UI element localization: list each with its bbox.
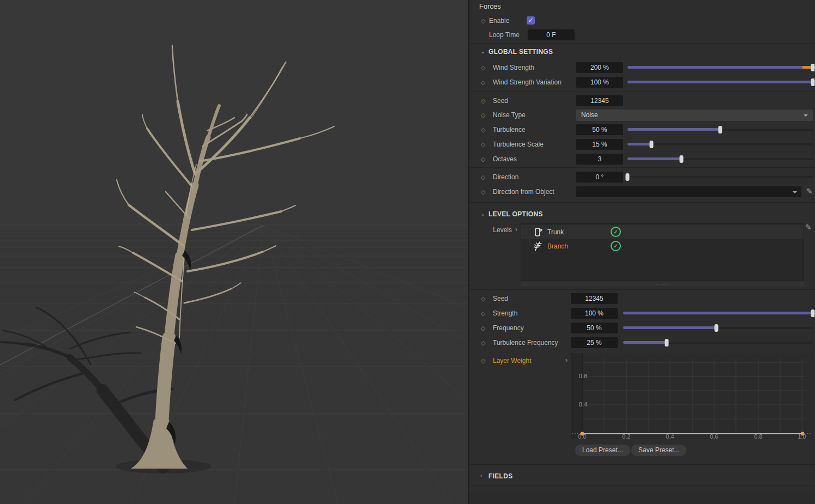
- level-seed-row: ◇ Seed 12345: [469, 293, 815, 305]
- slider-handle[interactable]: [811, 78, 815, 86]
- x-tick: 0.8: [750, 433, 766, 440]
- keyframe-diamond-icon[interactable]: ◇: [481, 339, 485, 347]
- application-window: Forces ◇ Enable ✓ Loop Time 0 F ⌄ GLOBAL…: [0, 0, 815, 504]
- resize-gripper[interactable]: ······: [521, 282, 804, 286]
- chevron-right-icon[interactable]: ›: [565, 356, 568, 364]
- level-item-branch[interactable]: Branch ✓: [521, 239, 804, 253]
- slider-handle[interactable]: [811, 64, 815, 71]
- level-options-header[interactable]: ⌄ LEVEL OPTIONS: [469, 210, 815, 220]
- section-title: LEVEL OPTIONS: [488, 210, 543, 218]
- wind-strength-field[interactable]: 200 %: [576, 62, 623, 73]
- slider-handle[interactable]: [714, 324, 718, 332]
- load-preset-button[interactable]: Load Preset...: [575, 445, 630, 456]
- row-label: Strength: [493, 309, 517, 317]
- x-tick: 0.2: [618, 433, 635, 440]
- loop-time-row: Loop Time 0 F: [469, 29, 815, 41]
- dropdown-value: Noise: [581, 111, 598, 119]
- keyframe-diamond-icon[interactable]: ◇: [481, 188, 485, 196]
- keyframe-diamond-icon[interactable]: ◇: [481, 17, 485, 25]
- octaves-slider[interactable]: [627, 155, 813, 163]
- keyframe-diamond-icon[interactable]: ◇: [481, 64, 485, 71]
- chevron-down-icon: ⌄: [480, 48, 485, 55]
- chevron-right-icon[interactable]: ›: [515, 226, 517, 233]
- turbulence-slider[interactable]: [627, 126, 813, 133]
- levels-label: Levels: [480, 226, 512, 234]
- keyframe-diamond-icon[interactable]: ◇: [481, 324, 485, 332]
- strength-field[interactable]: 100 %: [571, 308, 618, 319]
- dropdown-arrow-icon[interactable]: [793, 191, 797, 193]
- keyframe-diamond-icon[interactable]: ◇: [481, 155, 485, 163]
- direction-row: ◇ Direction 0 °: [469, 172, 815, 184]
- slider-handle[interactable]: [665, 339, 669, 347]
- direction-field[interactable]: 0 °: [576, 172, 623, 183]
- level-seed-field[interactable]: 12345: [571, 293, 618, 304]
- slider-handle[interactable]: [626, 173, 630, 181]
- turbulence-scale-field[interactable]: 15 %: [576, 139, 623, 150]
- turbulence-frequency-slider[interactable]: [623, 339, 813, 347]
- seed-field[interactable]: 12345: [576, 95, 623, 106]
- direction-from-object-field[interactable]: [576, 186, 801, 197]
- y-tick: 0.4: [571, 401, 587, 408]
- slider-handle[interactable]: [719, 126, 722, 133]
- y-tick: 0.8: [571, 373, 587, 379]
- frequency-row: ◇ Frequency 50 %: [469, 323, 815, 335]
- global-settings-header[interactable]: ⌄ GLOBAL SETTINGS: [469, 47, 815, 57]
- x-tick: 0.4: [662, 433, 678, 440]
- enable-checkbox[interactable]: ✓: [527, 16, 535, 25]
- turbulence-frequency-field[interactable]: 25 %: [571, 337, 618, 348]
- strength-row: ◇ Strength 100 %: [469, 308, 815, 320]
- spline-grid: [571, 353, 813, 439]
- turbulence-scale-row: ◇ Turbulence Scale 15 %: [469, 139, 815, 151]
- chevron-down-icon: ⌄: [480, 210, 485, 217]
- row-label: Turbulence: [493, 126, 526, 133]
- fields-header[interactable]: › FIELDS: [469, 472, 815, 482]
- turbulence-row: ◇ Turbulence 50 %: [469, 124, 815, 136]
- level-item-trunk[interactable]: Trunk ✓: [521, 225, 804, 239]
- divider: [469, 494, 815, 494]
- slider-handle[interactable]: [650, 141, 654, 148]
- x-tick: 1.0: [794, 433, 810, 440]
- levels-list[interactable]: Trunk ✓ Branch ✓: [521, 223, 804, 281]
- keyframe-diamond-icon[interactable]: ◇: [481, 78, 485, 86]
- row-label: Wind Strength Variation: [493, 78, 562, 86]
- turbulence-field[interactable]: 50 %: [576, 124, 623, 135]
- viewport-3d-scene[interactable]: [0, 0, 468, 504]
- keyframe-diamond-icon[interactable]: ◇: [481, 126, 485, 133]
- keyframe-diamond-icon[interactable]: ◇: [481, 141, 485, 148]
- divider: [469, 289, 815, 290]
- direction-slider[interactable]: [627, 173, 813, 181]
- panel-footer-strip: [469, 494, 815, 504]
- save-preset-button[interactable]: Save Preset...: [631, 445, 686, 456]
- trunk-icon: [534, 227, 542, 237]
- turbulence-scale-slider[interactable]: [627, 141, 813, 148]
- noise-type-dropdown[interactable]: Noise: [576, 110, 813, 121]
- row-label: Noise Type: [493, 111, 526, 119]
- keyframe-diamond-icon[interactable]: ◇: [481, 309, 485, 317]
- check-circle-icon[interactable]: ✓: [611, 227, 621, 237]
- slider-handle[interactable]: [679, 155, 683, 163]
- overflow-indicator: [802, 66, 811, 69]
- dropdown-arrow-icon: [804, 114, 808, 117]
- wind-strength-slider[interactable]: [627, 64, 813, 71]
- keyframe-diamond-icon[interactable]: ◇: [481, 357, 485, 365]
- row-label: Wind Strength: [493, 64, 534, 71]
- keyframe-diamond-icon[interactable]: ◇: [481, 173, 485, 181]
- loop-time-field[interactable]: 0 F: [528, 29, 575, 40]
- frequency-slider[interactable]: [623, 324, 813, 332]
- wind-strength-variation-field[interactable]: 100 %: [576, 77, 623, 88]
- enable-label: Enable: [489, 17, 509, 25]
- wind-strength-variation-slider[interactable]: [627, 78, 813, 86]
- slider-handle[interactable]: [811, 309, 815, 317]
- branch-icon: [533, 241, 543, 252]
- keyframe-diamond-icon[interactable]: ◇: [481, 97, 485, 105]
- octaves-field[interactable]: 3: [576, 154, 623, 165]
- keyframe-diamond-icon[interactable]: ◇: [481, 295, 485, 302]
- seed-row: ◇ Seed 12345: [469, 95, 815, 107]
- keyframe-diamond-icon[interactable]: ◇: [481, 111, 485, 119]
- strength-slider[interactable]: [623, 309, 813, 317]
- layer-weight-spline-graph[interactable]: 0.8 0.4 0.0 0.2 0.4 0.6 0.8 1.0: [571, 353, 813, 439]
- edit-levels-pencil-icon[interactable]: ✎: [805, 223, 813, 232]
- frequency-field[interactable]: 50 %: [571, 323, 618, 333]
- pick-object-pencil-icon[interactable]: ✎: [806, 187, 814, 196]
- check-circle-icon[interactable]: ✓: [611, 241, 621, 251]
